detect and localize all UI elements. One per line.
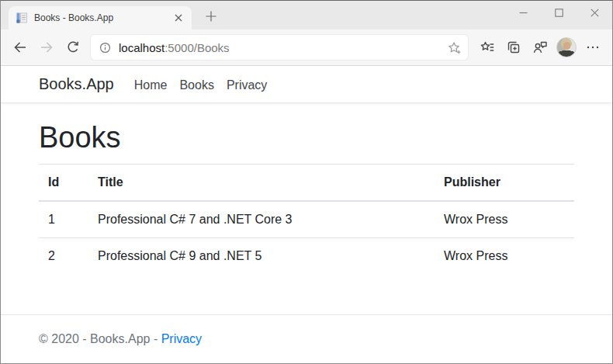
cell-publisher: Wrox Press [435,201,574,238]
books-table: Id Title Publisher 1 Professional C# 7 a… [39,164,574,274]
table-row: 2 Professional C# 9 and .NET 5 Wrox Pres… [39,237,574,274]
table-row: 1 Professional C# 7 and .NET Core 3 Wrox… [39,201,574,238]
feedback-icon[interactable] [527,34,553,61]
nav-link-books[interactable]: Books [173,78,220,92]
table-header-row: Id Title Publisher [39,164,574,201]
cell-publisher: Wrox Press [435,237,574,274]
cell-id: 2 [39,237,88,274]
browser-window: Books - Books.App [0,0,613,364]
copyright-text: © 2020 - Books.App - [39,332,161,345]
header-id: Id [39,164,88,201]
header-title: Title [88,164,435,201]
tab-title: Books - Books.App [34,12,165,23]
browser-toolbar: localhost:5000/Books [1,29,612,66]
nav-link-privacy[interactable]: Privacy [220,78,273,92]
window-controls [505,1,612,25]
web-page: Books.App Home Books Privacy Books Id Ti… [1,66,612,363]
site-footer: © 2020 - Books.App - Privacy [1,314,612,363]
tab-close-icon[interactable] [171,11,185,25]
maximize-button[interactable] [541,1,577,25]
page-title: Books [39,120,574,156]
more-options-icon[interactable] [580,34,606,61]
url-path: :5000/Books [165,41,229,54]
cell-id: 1 [39,201,88,238]
cell-title: Professional C# 7 and .NET Core 3 [88,201,435,238]
nav-link-home[interactable]: Home [128,78,174,92]
refresh-button[interactable] [60,34,86,61]
collections-icon[interactable] [500,34,527,61]
navbar-brand[interactable]: Books.App [39,75,114,93]
site-navbar: Books.App Home Books Privacy [1,66,612,103]
minimize-button[interactable] [505,1,541,25]
url-host: localhost [119,41,165,54]
favorites-icon[interactable] [474,34,500,61]
url-text: localhost:5000/Books [119,41,443,54]
tab-bar: Books - Books.App [1,1,612,29]
site-info-icon[interactable] [99,41,112,54]
add-favorite-icon[interactable] [443,36,465,58]
window-close-button[interactable] [577,1,612,25]
back-button[interactable] [7,34,33,61]
favicon-icon [16,12,28,24]
main-content: Books Id Title Publisher 1 Professional … [39,120,574,274]
address-bar[interactable]: localhost:5000/Books [91,35,468,60]
forward-button[interactable] [33,34,60,61]
avatar [556,37,577,57]
browser-tab[interactable]: Books - Books.App [9,6,192,29]
footer-privacy-link[interactable]: Privacy [161,332,202,345]
header-publisher: Publisher [435,164,574,201]
new-tab-button[interactable] [201,6,221,26]
profile-avatar[interactable] [553,34,580,61]
cell-title: Professional C# 9 and .NET 5 [88,237,435,274]
